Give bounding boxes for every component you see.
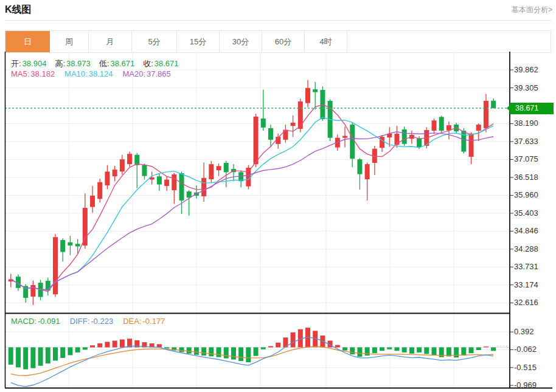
legend-item: 高:38.973 [55,58,90,69]
legend-value: 38.973 [66,59,91,68]
legend-item: MA5:38.182 [11,69,55,78]
legend-value: 37.865 [147,69,171,78]
y-axis-tick-label: 34.846 [514,227,538,235]
y-axis-tick-label: 33.174 [514,281,538,289]
legend-label: DEA: [123,317,141,326]
y-axis-tick-label: 0.392 [514,328,534,336]
y-axis-tick-label: -0.062 [514,345,537,354]
legend-value: -0.091 [38,317,60,326]
legend-value: 38.124 [89,69,113,78]
legend-label: 开: [11,59,21,68]
current-price-badge: 38.671 [510,103,554,114]
legend-item: 开:38.904 [11,58,46,69]
legend-value: 38.671 [110,59,134,68]
ma5-line [11,105,493,292]
legend-item: 收:38.671 [143,58,178,69]
chart-gridlines [5,52,510,388]
legend-label: MA20: [122,69,145,78]
legend-item: 低:38.671 [99,58,134,69]
y-axis-tick-label: -0.969 [514,381,537,390]
legend-item: MA20:37.865 [122,69,170,78]
macd-legend: MACD:-0.091DIFF:-0.223DEA:-0.177 [11,317,165,326]
y-axis-tick-label: 39.862 [514,66,538,74]
ohlc-legend: 开:38.904高:38.973低:38.671收:38.671 [11,58,179,69]
macd-pane[interactable] [9,328,509,387]
y-axis-tick-label: 33.731 [514,263,538,271]
legend-item: MACD:-0.091 [11,317,60,326]
legend-label: MACD: [11,317,36,326]
legend-label: DIFF: [70,317,90,326]
legend-label: 高: [55,59,65,68]
legend-value: 38.671 [155,59,179,68]
y-axis-tick-label: 35.403 [514,209,538,218]
y-axis-tick-label: 39.305 [514,84,538,92]
y-axis-tick-label: 37.075 [514,155,538,163]
legend-value: -0.177 [142,317,165,326]
main-candlestick-pane[interactable] [5,80,510,305]
legend-label: MA5: [11,69,29,78]
legend-label: 收: [143,59,153,68]
legend-item: DIFF:-0.223 [70,317,113,326]
legend-value: -0.223 [91,317,113,326]
y-axis-tick-label: 35.960 [514,191,538,199]
y-axis-tick-label: 34.288 [514,245,538,253]
y-axis-tick-label: -0.515 [514,363,537,372]
y-axis-tick-label: 32.616 [514,298,538,307]
y-axis-tick-label: 38.190 [514,119,538,128]
ma-legend: MA5:38.182MA10:38.124MA20:37.865 [11,69,171,78]
y-axis-tick-label: 36.518 [514,173,538,182]
legend-value: 38.182 [30,69,55,78]
legend-item: DEA:-0.177 [123,317,165,326]
legend-label: MA10: [64,69,88,78]
current-price-value: 38.671 [515,104,538,112]
legend-value: 38.904 [23,59,47,68]
diff-line [11,337,493,387]
legend-item: MA10:38.124 [64,69,113,78]
legend-label: 低: [99,59,109,68]
y-axis-tick-label: 37.633 [514,137,538,146]
